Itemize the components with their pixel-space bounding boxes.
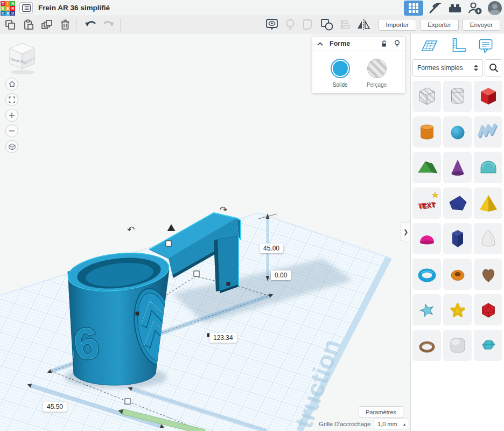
dim-base-field[interactable]: 0.00 bbox=[271, 270, 291, 280]
logo-cell: I bbox=[5, 1, 10, 6]
bulb-icon bbox=[284, 18, 296, 32]
zoom-in-button[interactable] bbox=[5, 109, 18, 122]
raise-handle[interactable] bbox=[167, 224, 176, 231]
star-icon bbox=[432, 192, 437, 198]
annotation-button[interactable] bbox=[264, 18, 280, 32]
logo-cell: A bbox=[5, 11, 10, 16]
shape-roof[interactable] bbox=[412, 152, 441, 183]
chevron-up-icon[interactable] bbox=[317, 42, 323, 46]
solid-option[interactable]: Solide bbox=[331, 59, 350, 88]
search-button[interactable] bbox=[485, 59, 502, 77]
scale-handle[interactable] bbox=[194, 271, 199, 276]
shape-wedge[interactable] bbox=[443, 187, 472, 219]
perspective-button[interactable] bbox=[5, 140, 18, 153]
panel-collapse-handle[interactable]: ❯ bbox=[401, 222, 410, 241]
brick-icon[interactable] bbox=[448, 2, 462, 15]
settings-button[interactable]: Paramètres bbox=[359, 406, 403, 418]
shape-hole-cylinder[interactable] bbox=[443, 81, 472, 112]
workplane-icon[interactable] bbox=[418, 36, 440, 57]
shape-cylinder[interactable] bbox=[412, 116, 441, 148]
export-button[interactable]: Exporter bbox=[420, 19, 458, 31]
chevron-right-icon: ❯ bbox=[403, 228, 408, 235]
shape-star[interactable] bbox=[412, 294, 441, 325]
dim-height-field[interactable]: 45.00 bbox=[260, 244, 283, 253]
design-title[interactable]: Frein AR 36 simplifié bbox=[38, 4, 110, 12]
dim-width-field[interactable]: 45.50 bbox=[43, 402, 67, 412]
inspector-title: Forme bbox=[330, 40, 380, 47]
shape-rounded-star[interactable] bbox=[443, 294, 472, 325]
shape-heart[interactable] bbox=[474, 259, 502, 290]
tinkercad-apps-button[interactable] bbox=[404, 1, 423, 16]
mid-handle[interactable] bbox=[227, 282, 230, 286]
shape-dice[interactable] bbox=[443, 330, 472, 361]
ungroup-icon bbox=[319, 18, 334, 32]
group-button[interactable] bbox=[300, 18, 317, 32]
logo-cell: T bbox=[1, 1, 5, 6]
copy-button[interactable] bbox=[2, 18, 18, 32]
delete-button[interactable] bbox=[57, 18, 73, 32]
shape-torus[interactable] bbox=[412, 259, 441, 290]
undo-button[interactable] bbox=[82, 18, 99, 32]
shape-paraboloid[interactable] bbox=[474, 223, 502, 254]
unlock-icon[interactable] bbox=[380, 40, 388, 47]
ungroup-button[interactable] bbox=[319, 18, 335, 32]
fit-view-button[interactable] bbox=[5, 93, 18, 106]
redo-icon bbox=[102, 19, 115, 30]
shape-half-sphere[interactable] bbox=[412, 223, 441, 254]
align-icon bbox=[339, 18, 352, 31]
notes-icon[interactable] bbox=[475, 36, 496, 57]
shape-gem[interactable] bbox=[474, 330, 502, 361]
solid-swatch bbox=[331, 59, 350, 78]
bulb-button[interactable] bbox=[282, 18, 298, 32]
home-view-button[interactable] bbox=[5, 78, 18, 91]
import-button[interactable]: Importer bbox=[379, 19, 417, 31]
viewport-3d[interactable]: truction bbox=[0, 33, 410, 431]
mirror-button[interactable] bbox=[355, 18, 372, 32]
bulb-icon[interactable] bbox=[394, 40, 400, 47]
undo-icon bbox=[84, 19, 97, 30]
shape-ring[interactable] bbox=[412, 330, 441, 361]
copy-icon bbox=[4, 19, 16, 31]
shape-cone[interactable] bbox=[443, 152, 472, 183]
shape-round-roof[interactable] bbox=[474, 152, 502, 183]
tinkercad-logo[interactable]: T I N K E R C A D bbox=[1, 1, 15, 16]
rotate-handle-icon[interactable]: ↷ bbox=[220, 205, 227, 215]
zoom-out-button[interactable] bbox=[5, 124, 18, 137]
shape-polygon[interactable] bbox=[443, 223, 472, 254]
shape-scribble[interactable] bbox=[474, 116, 502, 148]
shape-tube[interactable] bbox=[443, 259, 472, 290]
rotate-handle-icon[interactable]: ↶ bbox=[127, 225, 135, 235]
hole-swatch bbox=[367, 59, 387, 78]
pickaxe-icon[interactable] bbox=[429, 2, 443, 15]
shape-hole-box[interactable] bbox=[412, 81, 441, 112]
view-cube[interactable]: GAUCHE AVANT bbox=[6, 41, 40, 77]
document-menu-button[interactable] bbox=[19, 2, 33, 13]
ruler-icon[interactable] bbox=[446, 36, 468, 57]
scale-handle[interactable] bbox=[166, 241, 171, 246]
duplicate-button[interactable] bbox=[39, 18, 55, 32]
shape-box[interactable] bbox=[474, 81, 502, 112]
avatar[interactable] bbox=[488, 1, 502, 15]
invite-icon[interactable] bbox=[467, 1, 482, 15]
scale-handle[interactable] bbox=[125, 399, 130, 404]
mid-handle[interactable] bbox=[136, 312, 139, 316]
shape-category-select[interactable]: Formes simples bbox=[412, 59, 483, 77]
shape-inspector: Forme Solide Perçage bbox=[312, 37, 405, 93]
dim-length-field[interactable]: 123.34 bbox=[209, 333, 237, 343]
snap-grid-select[interactable]: 1,0 mm ▴ bbox=[374, 419, 409, 429]
snap-grid-value: 1,0 mm bbox=[377, 421, 397, 427]
hole-option[interactable]: Perçage bbox=[367, 59, 387, 88]
select-caret-icon bbox=[474, 65, 478, 71]
duplicate-icon bbox=[40, 19, 53, 31]
shape-icosahedron[interactable] bbox=[474, 294, 502, 325]
apps-grid-icon bbox=[409, 3, 418, 13]
paste-icon bbox=[23, 19, 34, 31]
shape-pyramid[interactable] bbox=[474, 187, 502, 219]
snap-grid-label: Grille D'accrochage bbox=[319, 421, 370, 427]
shape-text[interactable]: TEXTTEXT bbox=[412, 187, 441, 219]
send-button[interactable]: Envoyer bbox=[463, 19, 500, 31]
redo-button[interactable] bbox=[101, 18, 117, 32]
paste-button[interactable] bbox=[20, 18, 37, 32]
shape-sphere[interactable] bbox=[443, 116, 472, 148]
align-button[interactable] bbox=[337, 18, 353, 32]
